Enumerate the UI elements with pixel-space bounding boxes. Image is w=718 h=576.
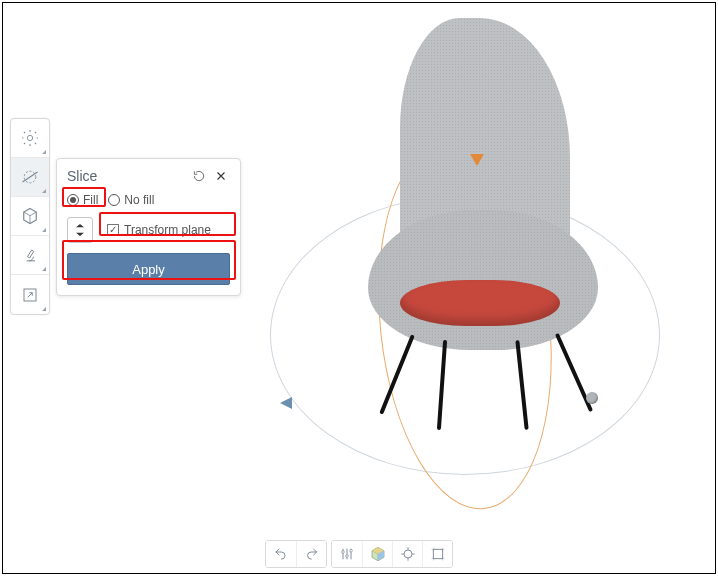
svg-rect-7 — [433, 549, 442, 558]
center-button[interactable] — [392, 541, 422, 567]
close-button[interactable] — [212, 167, 230, 185]
tool-export[interactable] — [11, 275, 49, 314]
radio-no-fill-label: No fill — [124, 193, 154, 207]
gear-slice-icon — [20, 167, 40, 187]
hexagon-icon — [20, 206, 40, 226]
checkbox-transform-plane-label: Transform plane — [124, 223, 211, 237]
view-cube-button[interactable] — [362, 541, 392, 567]
cube-icon — [369, 545, 387, 563]
slice-panel: Slice Fill No fill ✓ Transform plane App… — [56, 158, 241, 296]
check-icon: ✓ — [107, 224, 119, 236]
plane-orientation-icon — [72, 222, 88, 238]
panel-title: Slice — [67, 168, 186, 184]
radio-no-fill[interactable]: No fill — [108, 193, 154, 207]
undo-icon — [272, 546, 290, 562]
undo-button[interactable] — [266, 541, 296, 567]
tool-inspect[interactable] — [11, 236, 49, 275]
checkbox-transform-plane[interactable]: ✓ Transform plane — [107, 223, 211, 237]
bottom-toolbar — [265, 540, 453, 568]
apply-button-label: Apply — [132, 262, 165, 277]
frame-button[interactable] — [422, 541, 452, 567]
microscope-icon — [20, 245, 40, 265]
redo-icon — [303, 546, 321, 562]
apply-button[interactable]: Apply — [67, 253, 230, 285]
radio-dot-icon — [108, 194, 120, 206]
reset-icon — [192, 169, 206, 183]
center-icon — [400, 546, 416, 562]
frame-icon — [430, 546, 446, 562]
close-icon — [215, 170, 227, 182]
radio-fill-label: Fill — [83, 193, 98, 207]
sliders-icon — [339, 546, 355, 562]
redo-button[interactable] — [296, 541, 326, 567]
gear-icon — [20, 128, 40, 148]
svg-point-0 — [27, 135, 32, 140]
radio-fill[interactable]: Fill — [67, 193, 98, 207]
svg-point-3 — [342, 551, 345, 554]
tool-settings[interactable] — [11, 119, 49, 158]
left-toolbar — [10, 118, 50, 315]
svg-point-5 — [350, 549, 353, 552]
svg-point-6 — [404, 550, 412, 558]
plane-orientation-button[interactable] — [67, 217, 93, 243]
tool-slice[interactable] — [11, 158, 49, 197]
sliders-button[interactable] — [332, 541, 362, 567]
svg-point-4 — [346, 555, 349, 558]
radio-dot-icon — [67, 194, 79, 206]
reset-button[interactable] — [190, 167, 208, 185]
tool-mesh[interactable] — [11, 197, 49, 236]
window-arrow-icon — [21, 286, 39, 304]
